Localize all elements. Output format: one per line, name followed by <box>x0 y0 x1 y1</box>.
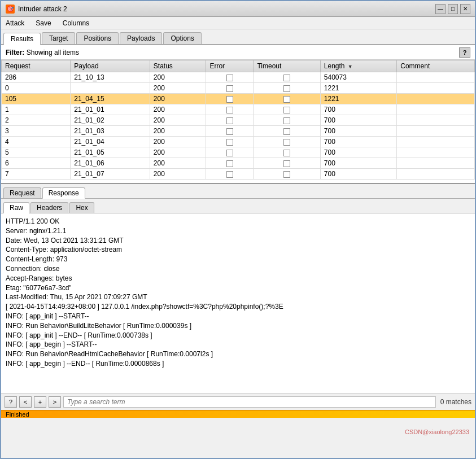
cell-error <box>206 83 254 94</box>
error-checkbox[interactable] <box>226 96 233 103</box>
col-request[interactable]: Request <box>2 60 71 72</box>
col-payload[interactable]: Payload <box>71 60 150 72</box>
close-button[interactable]: ✕ <box>460 4 470 14</box>
window-frame: 🎯 Intruder attack 2 — □ ✕ Attack Save Co… <box>0 0 476 459</box>
cell-error <box>206 126 254 137</box>
search-add-button[interactable]: + <box>34 396 46 408</box>
timeout-checkbox[interactable] <box>283 75 290 81</box>
timeout-checkbox[interactable] <box>283 150 290 156</box>
table-row[interactable]: 1 21_01_01 200 700 <box>2 104 475 115</box>
cell-request: 5 <box>2 147 71 158</box>
response-line: Content-Type: application/octet-stream <box>6 245 462 255</box>
cell-payload: 21_04_15 <box>71 94 150 104</box>
table-row[interactable]: 4 21_01_04 200 700 <box>2 137 475 147</box>
cell-length: 700 <box>320 115 396 126</box>
cell-timeout <box>254 104 320 115</box>
error-checkbox[interactable] <box>226 107 233 113</box>
error-checkbox[interactable] <box>226 171 233 178</box>
table-row[interactable]: 2 21_01_02 200 700 <box>2 115 475 126</box>
results-table-container[interactable]: Request Payload Status Error Timeout Len… <box>1 60 475 184</box>
error-checkbox[interactable] <box>226 75 233 81</box>
error-checkbox[interactable] <box>226 85 233 92</box>
table-row[interactable]: 286 21_10_13 200 540073 <box>2 72 475 83</box>
tab-target[interactable]: Target <box>42 32 75 44</box>
cell-length: 540073 <box>320 72 396 83</box>
inner-tab-raw[interactable]: Raw <box>3 202 29 213</box>
menu-save[interactable]: Save <box>33 18 53 28</box>
table-row[interactable]: 105 21_04_15 200 1221 <box>2 94 475 104</box>
timeout-checkbox[interactable] <box>283 107 290 113</box>
col-comment[interactable]: Comment <box>397 60 475 72</box>
cell-timeout <box>254 137 320 147</box>
error-checkbox[interactable] <box>226 117 233 124</box>
sub-tab-request[interactable]: Request <box>3 187 41 198</box>
timeout-checkbox[interactable] <box>283 96 290 103</box>
error-checkbox[interactable] <box>226 160 233 167</box>
minimize-button[interactable]: — <box>435 4 446 14</box>
bottom-panel: Request Response Raw Headers Hex HTTP/1.… <box>1 184 475 410</box>
timeout-checkbox[interactable] <box>283 117 290 124</box>
response-line: Date: Wed, 13 Oct 2021 13:31:21 GMT <box>6 236 462 246</box>
table-row[interactable]: 5 21_01_05 200 700 <box>2 147 475 158</box>
cell-timeout <box>254 158 320 169</box>
table-row[interactable]: 6 21_01_06 200 700 <box>2 158 475 169</box>
cell-status: 200 <box>150 169 206 180</box>
error-checkbox[interactable] <box>226 139 233 146</box>
cell-timeout <box>254 94 320 104</box>
table-row[interactable]: 7 21_01_07 200 700 <box>2 169 475 180</box>
cell-payload: 21_01_07 <box>71 169 150 180</box>
cell-status: 200 <box>150 126 206 137</box>
search-next-button[interactable]: > <box>49 396 61 408</box>
col-length[interactable]: Length ▼ <box>320 60 396 72</box>
maximize-button[interactable]: □ <box>448 4 458 14</box>
cell-request: 6 <box>2 158 71 169</box>
cell-status: 200 <box>150 158 206 169</box>
tab-payloads[interactable]: Payloads <box>120 32 162 44</box>
response-line: Last-Modified: Thu, 15 Apr 2021 07:09:27… <box>6 292 462 302</box>
cell-timeout <box>254 147 320 158</box>
inner-tab-hex[interactable]: Hex <box>69 202 94 213</box>
cell-payload: 21_01_04 <box>71 137 150 147</box>
response-content[interactable]: HTTP/1.1 200 OKServer: nginx/1.21.1Date:… <box>1 213 475 393</box>
search-question-button[interactable]: ? <box>5 396 17 408</box>
response-line: Server: nginx/1.21.1 <box>6 226 462 236</box>
search-input[interactable] <box>63 396 436 408</box>
cell-length: 1221 <box>320 94 396 104</box>
menu-columns[interactable]: Columns <box>60 18 91 28</box>
title-bar-left: 🎯 Intruder attack 2 <box>6 5 67 14</box>
timeout-checkbox[interactable] <box>283 85 290 92</box>
col-status[interactable]: Status <box>150 60 206 72</box>
table-row[interactable]: 3 21_01_03 200 700 <box>2 126 475 137</box>
table-row[interactable]: 0 200 1221 <box>2 83 475 94</box>
search-prev-button[interactable]: < <box>19 396 32 408</box>
error-checkbox[interactable] <box>226 150 233 156</box>
cell-length: 700 <box>320 137 396 147</box>
tab-results[interactable]: Results <box>3 33 41 45</box>
timeout-checkbox[interactable] <box>283 171 290 178</box>
timeout-checkbox[interactable] <box>283 160 290 167</box>
col-error[interactable]: Error <box>206 60 254 72</box>
window-title: Intruder attack 2 <box>18 5 67 13</box>
sub-tab-response[interactable]: Response <box>42 187 85 199</box>
filter-text: Filter: Showing all items <box>6 49 79 56</box>
filter-help-button[interactable]: ? <box>459 47 470 58</box>
cell-timeout <box>254 115 320 126</box>
cell-request: 3 <box>2 126 71 137</box>
menu-attack[interactable]: Attack <box>3 18 27 28</box>
cell-length: 700 <box>320 126 396 137</box>
cell-request: 4 <box>2 137 71 147</box>
app-icon: 🎯 <box>6 5 15 14</box>
timeout-checkbox[interactable] <box>283 139 290 146</box>
inner-tab-headers[interactable]: Headers <box>30 202 68 213</box>
col-timeout[interactable]: Timeout <box>254 60 320 72</box>
cell-request: 286 <box>2 72 71 83</box>
cell-comment <box>397 137 475 147</box>
tab-positions[interactable]: Positions <box>76 32 119 44</box>
error-checkbox[interactable] <box>226 128 233 135</box>
cell-payload: 21_01_02 <box>71 115 150 126</box>
cell-comment <box>397 158 475 169</box>
tab-options[interactable]: Options <box>163 32 201 44</box>
response-line: Accept-Ranges: bytes <box>6 274 462 283</box>
timeout-checkbox[interactable] <box>283 128 290 135</box>
response-line: INFO: [ app_begin ] --START-- <box>6 340 462 349</box>
